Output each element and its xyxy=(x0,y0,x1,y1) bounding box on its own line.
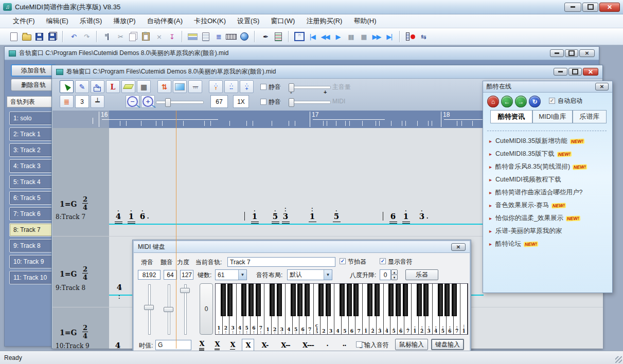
metronome-checkbox[interactable]: ✓ xyxy=(340,258,346,264)
track-item-6[interactable]: 6: Track 5 xyxy=(9,191,54,205)
octave-down-spinner[interactable]: ▼ xyxy=(391,275,398,280)
duration-option-1[interactable]: X xyxy=(195,339,208,352)
pitch-bend-slider-thumb[interactable] xyxy=(144,305,154,310)
track-item-1[interactable]: 1: solo xyxy=(9,112,54,125)
midi-mute-slider-thumb[interactable] xyxy=(289,98,294,107)
restore-button[interactable] xyxy=(582,3,598,12)
eraser-icon[interactable] xyxy=(121,80,135,93)
staff1-note[interactable]: 1 xyxy=(402,212,410,221)
black-key[interactable] xyxy=(353,284,359,316)
scroll-close-button[interactable]: ✕ xyxy=(583,68,598,76)
mixer-icon[interactable]: ⁙ xyxy=(293,30,306,43)
duration-option-8[interactable]: · xyxy=(321,339,333,352)
velocity-value[interactable]: 127 xyxy=(180,270,193,280)
track-item-4[interactable]: 4: Track 3 xyxy=(9,159,54,173)
tab-score-library[interactable]: 乐谱库 xyxy=(573,110,607,123)
online-panel-titlebar[interactable]: 酷特在线 ✕ xyxy=(483,81,612,93)
track-item-7[interactable]: 7: Track 6 xyxy=(9,207,54,221)
staff1-note[interactable]: 1 xyxy=(308,212,316,221)
black-key[interactable] xyxy=(277,284,282,316)
vibrato-value[interactable]: 64 xyxy=(164,270,177,280)
select-cursor-icon[interactable] xyxy=(60,80,74,93)
black-key[interactable] xyxy=(227,284,233,316)
track-item-10[interactable]: 10: Track 9 xyxy=(9,255,54,268)
online-link-2[interactable]: ▸CuteMIDI8.35版下载NEW! xyxy=(489,150,610,158)
midi-mute-checkbox[interactable] xyxy=(260,99,266,105)
staff2-note[interactable]: 4 xyxy=(115,283,123,292)
black-key[interactable] xyxy=(241,284,246,316)
duration-option-7[interactable]: X--- xyxy=(298,339,318,352)
black-key[interactable] xyxy=(423,284,429,316)
online-link-6[interactable]: ▸音色效果展示-赛马NEW! xyxy=(489,201,610,210)
black-key[interactable] xyxy=(221,284,226,316)
track-item-2[interactable]: 2: Track 1 xyxy=(9,128,54,141)
black-key[interactable] xyxy=(318,284,324,316)
go-start-icon[interactable]: |◀ xyxy=(306,30,318,43)
current-track-input[interactable]: Track 7 xyxy=(227,257,335,267)
loop-icon[interactable]: ⇆ xyxy=(417,30,430,43)
pen-record-icon[interactable]: ✒ xyxy=(259,30,272,43)
menu-item-8[interactable]: 注册购买(R) xyxy=(300,14,348,28)
close-button[interactable]: ✕ xyxy=(599,3,620,12)
scroll-minimize-button[interactable] xyxy=(554,68,567,76)
staff-lines-icon[interactable]: ≣ xyxy=(60,95,74,108)
duration-option-6[interactable]: X-- xyxy=(276,339,295,352)
black-key[interactable] xyxy=(347,284,352,316)
delete-track-button[interactable]: 删除音轨 xyxy=(11,79,56,91)
curve-up-icon[interactable]: ∴↑ xyxy=(209,80,223,93)
track-item-5[interactable]: 5: Track 4 xyxy=(9,175,54,189)
black-key[interactable] xyxy=(305,284,310,316)
volume-mute-checkbox[interactable] xyxy=(260,84,266,90)
link-text[interactable]: CuteMIDI8.35版新增功能 xyxy=(495,137,567,145)
online-link-3[interactable]: ▸酷特音乐风8.35(简线混排)NEW! xyxy=(489,162,610,171)
delete-icon[interactable]: × xyxy=(152,30,165,43)
metronome-mark-icon[interactable]: ┷ xyxy=(91,95,104,108)
link-text[interactable]: 音色效果展示-赛马 xyxy=(495,201,549,210)
black-key[interactable] xyxy=(417,284,422,316)
curve-plus-icon[interactable]: ∴+ xyxy=(240,80,254,93)
duration-input[interactable]: G xyxy=(155,340,191,350)
grid-view-icon[interactable]: ▦ xyxy=(137,80,151,93)
staff1-note[interactable]: 3 xyxy=(281,212,290,221)
keyboard-input-button[interactable]: 键盘输入 xyxy=(431,339,464,350)
show-notes-checkbox[interactable]: ✓ xyxy=(380,258,386,264)
lyrics-icon[interactable]: L xyxy=(106,80,120,93)
score-grid-icon[interactable] xyxy=(272,30,284,43)
velocity-slider[interactable] xyxy=(180,284,189,335)
go-end-icon[interactable]: ▶| xyxy=(383,30,396,43)
link-text[interactable]: 酷特音乐风8.35(简线混排) xyxy=(495,162,570,171)
menu-item-3[interactable]: 播放(P) xyxy=(108,14,141,28)
link-text[interactable]: CuteMIDI8.35版下载 xyxy=(495,150,555,158)
tempo-slider-thumb[interactable] xyxy=(165,98,171,107)
grid-value-box[interactable]: 3 xyxy=(75,95,89,108)
fast-forward-icon[interactable]: ▶▶ xyxy=(370,30,383,43)
track-item-8[interactable]: 8: Track 7 xyxy=(9,223,54,236)
staff1-note[interactable]: 6 xyxy=(389,212,397,221)
refresh-icon[interactable]: ↻ xyxy=(529,96,541,107)
transpose-icon[interactable]: ⇅ xyxy=(157,80,171,93)
online-link-8[interactable]: ▸乐谱-美丽的草原我的家 xyxy=(489,227,610,235)
octave-shift-value[interactable]: 0 xyxy=(380,269,391,280)
tempo-slider[interactable] xyxy=(156,101,204,104)
resize-grip[interactable] xyxy=(615,356,622,363)
black-key[interactable] xyxy=(396,284,401,316)
black-key[interactable] xyxy=(340,284,345,316)
pitch-bend-slider[interactable] xyxy=(144,284,153,335)
track-item-9[interactable]: 9: Track 8 xyxy=(9,239,54,252)
copy-icon[interactable] xyxy=(127,30,139,43)
save-icon[interactable] xyxy=(33,30,46,43)
pitch-bend-value[interactable]: 8192 xyxy=(138,270,161,280)
online-link-7[interactable]: ▸恰似你的温柔_效果展示NEW! xyxy=(489,214,610,223)
cut-icon[interactable]: ✂ xyxy=(114,30,127,43)
online-link-9[interactable]: ▸酷特论坛NEW! xyxy=(489,240,610,248)
online-link-1[interactable]: ▸CuteMIDI8.35版新增功能NEW! xyxy=(489,137,610,145)
new-file-icon[interactable] xyxy=(7,30,20,43)
beat-ruler-icon[interactable]: ┯┯┯ xyxy=(188,80,202,93)
menu-item-4[interactable]: 自动伴奏(A) xyxy=(141,14,188,28)
autostart-checkbox[interactable]: ✓ xyxy=(549,98,555,104)
tempo-value[interactable]: 67 xyxy=(210,95,228,108)
home-icon[interactable]: ⌂ xyxy=(487,96,499,107)
black-key[interactable] xyxy=(452,284,457,316)
black-key[interactable] xyxy=(270,284,275,316)
note-layout-select[interactable]: 默认 ▼ xyxy=(287,269,332,280)
